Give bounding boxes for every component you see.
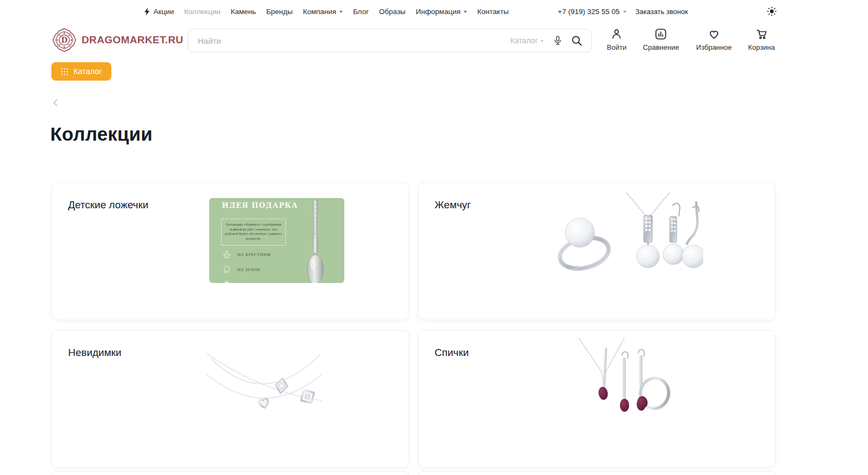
search-category-dropdown[interactable]: Каталог (510, 36, 544, 45)
nav-label: Блог (353, 8, 369, 16)
collections-page: Акции Коллекции Камень Бренды Компания Б… (0, 0, 868, 475)
collection-card-children-spoons[interactable]: Детские ложечки ИДЕЯ ПОДАРКА Поговорка «… (51, 182, 409, 320)
nav-label: Коллекции (184, 8, 221, 16)
chevron-down-icon (464, 11, 467, 13)
compare-button[interactable]: Сравнение (643, 28, 679, 51)
site-logo[interactable]: D DRAGOMARKET.RU (51, 27, 183, 53)
collection-card-partial[interactable] (418, 471, 776, 475)
nav-item-blog[interactable]: Блог (353, 8, 369, 16)
banner-item-label: НА КРЕСТИНЫ (237, 253, 271, 257)
catalog-button[interactable]: Каталог (51, 62, 111, 81)
nav-item-collections[interactable]: Коллекции (184, 8, 221, 16)
silver-spoon-image (300, 199, 330, 283)
action-label: Войти (607, 43, 626, 51)
nav-item-contacts[interactable]: Контакты (477, 8, 509, 16)
collection-card-matches[interactable]: Спички (418, 330, 776, 468)
cart-icon (755, 28, 768, 41)
nav-item-company[interactable]: Компания (303, 8, 343, 16)
gift-icon (222, 280, 231, 283)
nav-item-looks[interactable]: Образы (379, 8, 405, 16)
voice-search-button[interactable] (552, 35, 563, 46)
chevron-down-icon (540, 40, 543, 42)
chevron-left-icon (51, 98, 61, 108)
children-spoons-banner-image: ИДЕЯ ПОДАРКА Поговорка «Родился с серебр… (209, 198, 344, 283)
banner-item: НА КРЕСТИНЫ (222, 250, 271, 259)
pearl-jewelry-image (541, 193, 703, 280)
tooth-icon (222, 265, 231, 274)
nav-item-brands[interactable]: Бренды (266, 8, 292, 16)
collections-grid: Детские ложечки ИДЕЯ ПОДАРКА Поговорка «… (51, 182, 776, 468)
phone-number: +7 (919) 325 55 05 (558, 8, 619, 16)
nav-label: Камень (231, 8, 256, 16)
callback-link[interactable]: Заказать звонок (635, 8, 687, 16)
action-label: Корзина (748, 43, 775, 51)
collection-title: Детские ложечки (68, 199, 149, 211)
nav-item-stone[interactable]: Камень (231, 8, 256, 16)
banner-heading: ИДЕЯ ПОДАРКА (218, 201, 302, 209)
search-submit-button[interactable] (571, 35, 583, 47)
search-input[interactable] (198, 36, 510, 45)
match-jewelry-image (575, 338, 672, 424)
invisible-necklaces-image (206, 342, 322, 418)
heart-icon (707, 28, 720, 41)
nav-item-promos[interactable]: Акции (144, 8, 174, 16)
banner-item-label: НА РОЖДЕНИЕ (237, 282, 272, 283)
collection-card-invisible[interactable]: Невидимки (51, 330, 409, 468)
page-title: Коллекции (50, 123, 152, 145)
topbar-right: +7 (919) 325 55 05 Заказать звонок (558, 0, 688, 23)
collection-card-partial[interactable] (51, 471, 409, 475)
breadcrumb-back-button[interactable] (51, 98, 61, 108)
collection-title: Невидимки (68, 347, 122, 359)
nav-label: Контакты (477, 8, 509, 16)
search-category-label: Каталог (510, 36, 538, 45)
action-label: Сравнение (643, 43, 679, 51)
collection-title: Жемчуг (435, 199, 471, 211)
search-bar: Каталог (188, 29, 592, 52)
logo-emblem-icon: D (51, 27, 77, 53)
catalog-button-label: Каталог (74, 67, 102, 76)
login-button[interactable]: Войти (607, 28, 626, 51)
microphone-icon (552, 35, 563, 46)
angel-icon (222, 250, 231, 259)
compare-icon (655, 28, 667, 41)
nav-item-info[interactable]: Информация (416, 8, 467, 16)
lightning-icon (144, 8, 150, 16)
grid-icon (61, 68, 69, 76)
banner-item: НА ЗУБОК (222, 265, 261, 274)
collection-title: Спички (435, 347, 469, 359)
chevron-down-icon (339, 11, 343, 13)
action-label: Избранное (696, 43, 732, 51)
cart-button[interactable]: Корзина (748, 28, 775, 51)
banner-quote: Поговорка «Родился с серебряной ложкой в… (221, 219, 286, 246)
logo-text: DRAGOMARKET.RU (82, 34, 183, 46)
chevron-down-icon (623, 11, 626, 13)
svg-text:D: D (61, 36, 68, 44)
search-icon (571, 35, 583, 47)
collection-card-pearls[interactable]: Жемчуг (418, 182, 776, 320)
nav-label: Акции (153, 8, 174, 16)
user-icon (610, 28, 623, 41)
top-navigation: Акции Коллекции Камень Бренды Компания Б… (144, 0, 509, 23)
nav-label: Компания (303, 8, 336, 16)
theme-toggle-button[interactable] (767, 6, 777, 18)
banner-item-label: НА ЗУБОК (237, 268, 261, 272)
nav-label: Образы (379, 8, 405, 16)
banner-item: НА РОЖДЕНИЕ (222, 280, 272, 283)
nav-label: Бренды (266, 8, 292, 16)
nav-label: Информация (416, 8, 460, 16)
phone-dropdown[interactable]: +7 (919) 325 55 05 (558, 8, 626, 16)
sun-icon (767, 6, 777, 16)
favorites-button[interactable]: Избранное (696, 28, 732, 51)
